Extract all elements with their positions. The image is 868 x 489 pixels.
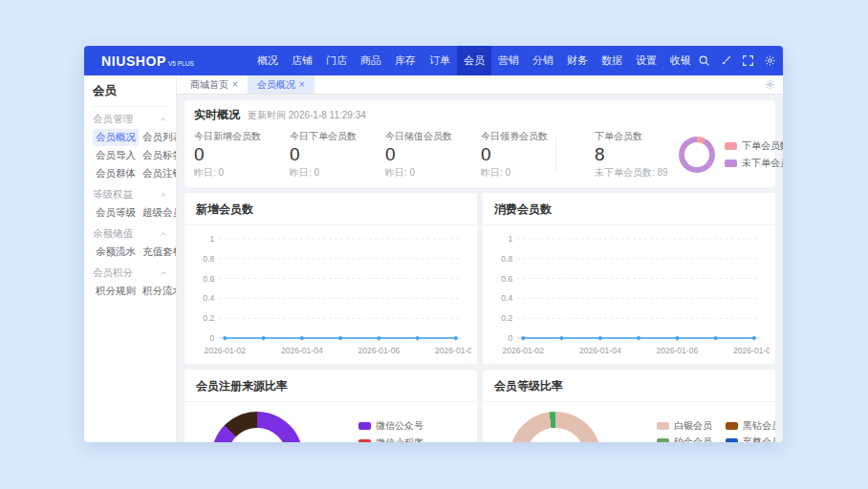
svg-text:0.2: 0.2 [501, 313, 512, 323]
tab-商城首页[interactable]: 商城首页× [181, 75, 248, 94]
theme-icon[interactable] [720, 54, 732, 67]
sidebar-item-会员标签[interactable]: 会员标签 [140, 147, 177, 164]
updated-value: 2026-1-8 11:29:34 [289, 110, 366, 120]
order-ratio-legend: 下单会员数未下单会员数 [725, 139, 783, 170]
header-icon-group [698, 54, 776, 67]
nav-item-营销[interactable]: 营销 [491, 46, 526, 75]
sidebar-item-积分流水[interactable]: 积分流水 [140, 283, 177, 300]
legend-label: 未下单会员数 [742, 157, 783, 170]
realtime-overview-card: 实时概况 更新时间 2026-1-8 11:29:34 今日新增会员数0昨日: … [184, 100, 775, 187]
legend-item-铂金会员[interactable]: 铂金会员 [657, 436, 712, 442]
nav-item-商品[interactable]: 商品 [354, 46, 388, 75]
sidebar-group-items: 积分规则积分流水 [93, 283, 167, 300]
nav-item-设置[interactable]: 设置 [629, 46, 663, 75]
chevron-up-icon [160, 267, 167, 279]
legend-item-微信小程序[interactable]: 微信小程序 [358, 436, 433, 442]
sidebar-item-会员等级[interactable]: 会员等级 [93, 204, 139, 222]
sidebar-item-会员概况[interactable]: 会员概况 [93, 129, 139, 146]
page-options-icon[interactable] [765, 79, 775, 90]
tab-close-icon[interactable]: × [232, 79, 238, 90]
svg-text:0: 0 [508, 333, 512, 343]
stat-value: 0 [385, 144, 481, 165]
nav-item-数据[interactable]: 数据 [595, 46, 629, 75]
sidebar-group-header[interactable]: 会员积分 [93, 266, 167, 280]
svg-text:0.2: 0.2 [203, 313, 214, 323]
register-source-body: 微信公众号微信小程序支付宝小程序PC [184, 402, 477, 442]
consume-members-chart-card: 消费会员数 10.80.60.40.202026-01-022026-01-04… [483, 193, 775, 364]
stat-sub: 昨日: 0 [290, 166, 385, 180]
app-window: NIUSHOP V5 PLUS 概况店铺门店商品库存订单会员营销分销财务数据设置… [84, 46, 783, 442]
legend-item-至尊会员[interactable]: 至尊会员 [726, 436, 775, 442]
svg-text:2026-01-04: 2026-01-04 [281, 346, 323, 355]
sidebar-item-余额流水[interactable]: 余额流水 [93, 244, 139, 261]
nav-item-会员[interactable]: 会员 [457, 46, 491, 75]
app-body: 会员 会员管理会员概况会员列表会员导入会员标签会员群体会员注销等级权益会员等级超… [84, 75, 783, 442]
sidebar-group: 会员管理会员概况会员列表会员导入会员标签会员群体会员注销 [93, 113, 167, 182]
member-level-card: 会员等级比率 白银会员铂金会员黄金会员钻石会员星耀会员黑钻会员至尊会员皇冠会员 [483, 370, 775, 442]
fullscreen-icon[interactable] [742, 54, 754, 67]
realtime-stats: 今日新增会员数0昨日: 0今日下单会员数0昨日: 0今日储值会员数0昨日: 0今… [194, 130, 766, 180]
donut-hole [684, 142, 709, 167]
svg-text:2026-01-08: 2026-01-08 [733, 346, 770, 355]
sidebar-item-积分规则[interactable]: 积分规则 [93, 283, 139, 300]
sidebar-item-会员导入[interactable]: 会员导入 [93, 147, 139, 164]
legend-chip [657, 422, 669, 430]
sidebar-group: 余额储值余额流水充值套餐 [93, 227, 167, 261]
sidebar-group-header[interactable]: 会员管理 [93, 113, 167, 126]
sidebar-group-title: 等级权益 [93, 188, 133, 202]
pie-charts-row: 会员注册来源比率 微信公众号微信小程序支付宝小程序PC 会员等级比率 [184, 370, 775, 442]
main-area: 商城首页×会员概况× 实时概况 更新时间 [177, 75, 783, 442]
svg-text:0.4: 0.4 [203, 293, 214, 303]
stat-label: 今日新增会员数 [194, 130, 290, 143]
nav-item-收银[interactable]: 收银 [663, 46, 698, 75]
member-level-title: 会员等级比率 [494, 379, 563, 393]
sidebar: 会员 会员管理会员概况会员列表会员导入会员标签会员群体会员注销等级权益会员等级超… [84, 75, 177, 442]
new-members-chart-header: 新增会员数 [184, 193, 477, 225]
sidebar-group-header[interactable]: 余额储值 [93, 227, 167, 241]
legend-item-下单会员数[interactable]: 下单会员数 [725, 139, 783, 153]
legend-item-黑钻会员[interactable]: 黑钻会员 [726, 419, 775, 433]
tab-会员概况[interactable]: 会员概况× [248, 75, 315, 94]
legend-label: 铂金会员 [674, 436, 712, 442]
stat-item: 今日下单会员数0昨日: 0 [290, 130, 385, 180]
stat-value: 0 [194, 144, 290, 165]
sidebar-item-会员群体[interactable]: 会员群体 [93, 165, 139, 182]
nav-item-订单[interactable]: 订单 [423, 46, 457, 75]
stat-item: 今日新增会员数0昨日: 0 [194, 130, 290, 180]
tab-label: 会员概况 [257, 78, 295, 92]
sidebar-title: 会员 [93, 83, 167, 107]
legend-label: 白银会员 [674, 419, 712, 433]
stat-label: 下单会员数 [595, 130, 671, 143]
legend-chip [725, 159, 737, 167]
stat-item: 今日储值会员数0昨日: 0 [385, 130, 481, 180]
nav-item-门店[interactable]: 门店 [319, 46, 354, 75]
legend-label: 至尊会员 [743, 436, 775, 442]
brand-logo[interactable]: NIUSHOP V5 PLUS [101, 53, 235, 69]
register-source-donut [211, 412, 303, 442]
stat-label: 今日下单会员数 [290, 130, 385, 143]
legend-item-微信公众号[interactable]: 微信公众号 [358, 419, 433, 433]
gear-icon[interactable] [764, 54, 776, 67]
sidebar-item-超级会员卡[interactable]: 超级会员卡 [140, 204, 177, 222]
nav-item-概况[interactable]: 概况 [250, 46, 285, 75]
sidebar-item-会员注销[interactable]: 会员注销 [140, 165, 177, 182]
legend-chip [726, 422, 738, 430]
brand-version: V5 PLUS [168, 60, 194, 67]
search-icon[interactable] [698, 54, 710, 67]
nav-item-分销[interactable]: 分销 [526, 46, 560, 75]
nav-item-店铺[interactable]: 店铺 [285, 46, 319, 75]
legend-item-未下单会员数[interactable]: 未下单会员数 [725, 157, 783, 170]
nav-item-财务[interactable]: 财务 [560, 46, 595, 75]
chevron-up-icon [160, 228, 167, 240]
sidebar-groups: 会员管理会员概况会员列表会员导入会员标签会员群体会员注销等级权益会员等级超级会员… [93, 113, 167, 300]
legend-label: 黑钻会员 [743, 419, 775, 433]
new-members-chart-title: 新增会员数 [196, 202, 253, 216]
sidebar-item-充值套餐[interactable]: 充值套餐 [140, 244, 177, 261]
svg-text:2026-01-08: 2026-01-08 [435, 346, 471, 355]
nav-item-库存[interactable]: 库存 [388, 46, 423, 75]
legend-item-白银会员[interactable]: 白银会员 [657, 419, 712, 433]
svg-text:0: 0 [209, 333, 214, 343]
sidebar-group-header[interactable]: 等级权益 [93, 188, 167, 202]
tab-close-icon[interactable]: × [299, 79, 305, 90]
sidebar-item-会员列表[interactable]: 会员列表 [140, 129, 177, 146]
